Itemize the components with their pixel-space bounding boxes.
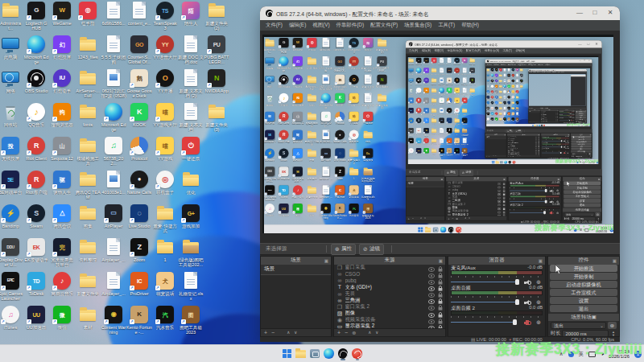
- scene-up-button[interactable]: ∧: [287, 331, 290, 335]
- desktop-icon[interactable]: DDU↗Display Driver U...: [0, 237, 23, 267]
- desktop-icon[interactable]: 401003e1...: [101, 170, 126, 195]
- menu-item[interactable]: 停靠部件(D): [336, 22, 364, 29]
- source-down-button[interactable]: ∨: [375, 331, 378, 335]
- desktop-icon[interactable]: 优化: [178, 170, 204, 195]
- menu-item[interactable]: 场景集合(S): [404, 22, 431, 29]
- desktop-icon[interactable]: 网络: [0, 68, 23, 93]
- desktop-icon[interactable]: K↗Kento Fortune -...: [126, 305, 152, 335]
- close-button[interactable]: ✕: [606, 9, 614, 16]
- desktop-icon[interactable]: 5E↗5E对战平台: [0, 170, 23, 195]
- desktop-icon[interactable]: TD↗ToDesk: [23, 271, 49, 296]
- menu-item[interactable]: 帮助(H): [461, 22, 479, 29]
- desktop-icon[interactable]: UU↗UU加速器: [23, 305, 49, 330]
- lock-icon[interactable]: [438, 313, 443, 327]
- menu-item[interactable]: 配置文件(P): [370, 22, 398, 29]
- desktop-icon[interactable]: fonts: [75, 102, 101, 127]
- scenes-panel-header[interactable]: 场景▣: [261, 257, 331, 265]
- taskbar-security-icon[interactable]: [352, 347, 363, 360]
- mixer-panel-header[interactable]: 混音器▣: [448, 257, 545, 265]
- desktop-icon[interactable]: ●↗Nature Calls: [126, 170, 152, 195]
- desktop-icon[interactable]: ↗Microsoft Edge: [101, 102, 126, 132]
- desktop-icon[interactable]: (绿色版)图吧工具箱202...: [178, 237, 204, 267]
- desktop-icon[interactable]: Airplayer_...: [101, 237, 126, 262]
- dock-options-icon[interactable]: ▣: [592, 314, 597, 320]
- desktop-icon[interactable]: 幻↗幻想投屏: [49, 35, 75, 60]
- desktop-icon[interactable]: 完↗完美世界竞技平台: [49, 237, 75, 267]
- desktop-icon[interactable]: ↗OBS Studio: [23, 68, 49, 93]
- virtual-camera-button[interactable]: 启动虚拟摄像机: [550, 281, 617, 288]
- desktop-icon[interactable]: content_e...: [126, 1, 152, 26]
- obs-preview[interactable]: Administrat...G↗Logitech G HUBW↗WeGame◎↗…: [262, 35, 613, 233]
- desktop-icon[interactable]: IC↗ProDriver: [126, 271, 152, 296]
- desktop-icon[interactable]: 1: [152, 237, 178, 262]
- filters-button[interactable]: ⊘滤镜: [359, 244, 384, 255]
- desktop-icon[interactable]: 素材: [75, 305, 101, 330]
- desktop-icon[interactable]: 驱↗驱动人生: [49, 170, 75, 195]
- maximize-button[interactable]: □: [591, 9, 599, 16]
- menu-item[interactable]: 视图(V): [312, 22, 329, 29]
- desktop-icon[interactable]: EPIC↗Epic Games Launcher: [0, 271, 23, 301]
- volume-slider[interactable]: [451, 321, 517, 324]
- desktop-icon[interactable]: 犬↗萌宠说话: [152, 271, 178, 296]
- source-properties-button[interactable]: ⊛: [352, 331, 356, 335]
- desktop-icon[interactable]: 山↗Sequoia 12: [49, 136, 75, 161]
- desktop-icon[interactable]: EK↗EK按键助手: [23, 237, 49, 262]
- transition-select[interactable]: 淡出: [551, 322, 606, 329]
- controls-panel-header[interactable]: 控件▣: [548, 257, 619, 265]
- desktop-icon[interactable]: AirServer-... Full: [75, 68, 101, 98]
- desktop-icon[interactable]: YY↗YY语音大厅: [152, 35, 178, 60]
- desktop-icon[interactable]: △↗腾讯会议: [49, 204, 75, 228]
- dock-options-icon[interactable]: ▣: [324, 258, 328, 263]
- desktop-icon[interactable]: 新建文件夹 (2): [204, 1, 229, 31]
- desktop-icon[interactable]: 最爱·快捷方式: [152, 204, 178, 233]
- desktop-icon[interactable]: 模辅检测工具: [75, 136, 101, 166]
- taskbar-explorer-icon[interactable]: [295, 347, 307, 360]
- remove-scene-button[interactable]: −: [271, 330, 275, 335]
- transition-gear-button[interactable]: ⊛: [608, 322, 617, 329]
- desktop-icon[interactable]: 喵↗YY游戏: [152, 136, 178, 161]
- scene-down-button[interactable]: ∨: [294, 331, 297, 335]
- desktop-icon[interactable]: O↗YY开播: [152, 68, 178, 93]
- desktop-icon[interactable]: R↗Riot Client: [23, 136, 49, 161]
- dock-options-icon[interactable]: ▣: [613, 258, 617, 263]
- desktop-icon[interactable]: ⚡↗Bandizip: [0, 204, 23, 228]
- desktop-icon[interactable]: Administrat...: [0, 1, 23, 31]
- obs-titlebar[interactable]: OBS 27.2.4 (64-bit, windows) - 配置文件: 未命名…: [260, 6, 620, 20]
- desktop-icon[interactable]: 图集: [75, 204, 101, 228]
- desktop-icon[interactable]: 新建文件夹: [75, 271, 101, 296]
- desktop-icon[interactable]: G+↗游戏加加: [178, 204, 204, 228]
- desktop-icon[interactable]: Z↗Zoom: [126, 237, 152, 262]
- desktop-icon[interactable]: 腾讯QC TEAM: [75, 170, 101, 200]
- desktop-icon[interactable]: ♪↗网易云音乐: [49, 271, 75, 296]
- desktop-icon[interactable]: 礼物登记.xlsx: [178, 271, 204, 301]
- desktop-icon[interactable]: 图↗图吧工具箱 2023: [178, 305, 204, 335]
- desktop-icon[interactable]: R↗Riot客户端: [23, 170, 49, 195]
- desktop-icon[interactable]: ⏻↗一键还原: [178, 136, 204, 161]
- scene-list-item[interactable]: 场景: [261, 265, 331, 275]
- desktop-icon[interactable]: PU↗PUBG BATTLEGR...: [204, 35, 229, 64]
- desktop-icon[interactable]: 5 5 5 子妹团购: [101, 35, 126, 64]
- desktop-icon[interactable]: GOCounter-S... Global Of...: [126, 35, 152, 64]
- gear-icon[interactable]: ⊛: [536, 279, 541, 285]
- desktop-icon[interactable]: 6d9b1586...: [101, 1, 126, 26]
- visibility-eye-icon[interactable]: [428, 313, 435, 327]
- desktop-icon[interactable]: K↗KOOK: [126, 102, 152, 127]
- desktop-icon[interactable]: 微↗微信: [49, 305, 75, 330]
- desktop-icon[interactable]: TS↗TeamSpeak 3: [152, 1, 178, 31]
- start-button[interactable]: [281, 347, 292, 360]
- desktop-icon[interactable]: ◌↗Live Studio: [126, 204, 152, 228]
- dock-options-icon[interactable]: ▣: [539, 258, 543, 263]
- source-up-button[interactable]: ∧: [368, 331, 371, 335]
- desktop-icon[interactable]: G↗Logitech G HUB: [23, 1, 49, 31]
- desktop-icon[interactable]: ◉↗Content Warning: [101, 305, 126, 335]
- desktop-icon[interactable]: 喵↗YY游戏大厅: [152, 102, 178, 127]
- taskbar-edge-icon[interactable]: [324, 347, 335, 360]
- desktop-icon[interactable]: ▭↗AirPlayer: [101, 204, 126, 228]
- desktop-icon[interactable]: 汽↗汽水音乐: [152, 305, 178, 330]
- remove-source-button[interactable]: −: [345, 330, 348, 335]
- menu-item[interactable]: 工具(T): [438, 22, 455, 29]
- desktop-icon[interactable]: ◎↗联机盒子: [152, 170, 178, 195]
- desktop-icon[interactable]: 新建 DOC 文档.doc: [178, 35, 204, 64]
- add-source-button[interactable]: +: [337, 330, 341, 335]
- gear-icon[interactable]: ⊛: [536, 319, 541, 325]
